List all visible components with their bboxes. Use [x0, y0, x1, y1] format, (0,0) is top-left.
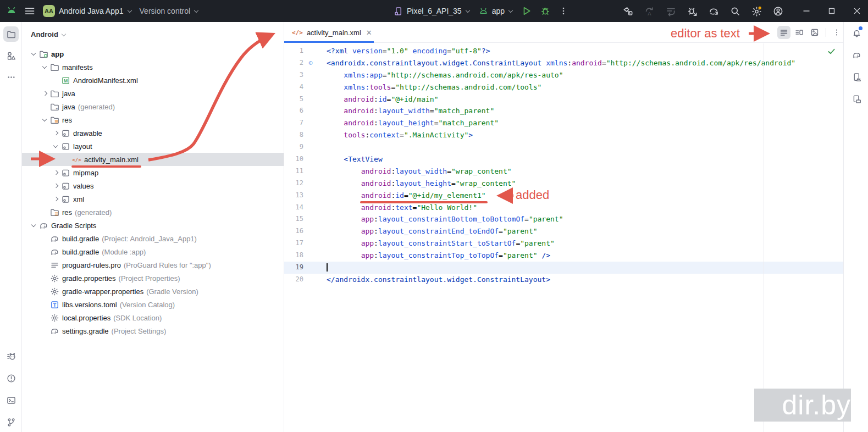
- gutter-spacer: [306, 69, 316, 81]
- tree-item-res-generated[interactable]: res(generated): [22, 206, 284, 219]
- tree-item-suffix: (Version Catalog): [120, 301, 175, 309]
- chevron-down-icon[interactable]: [41, 115, 49, 124]
- line-number: 17: [284, 237, 303, 250]
- tree-item-gradle-wrapper-properties-gradle-version[interactable]: gradle-wrapper.properties(Gradle Version…: [22, 285, 284, 298]
- tree-item-java[interactable]: java: [22, 87, 284, 100]
- gradle-icon: [49, 326, 59, 336]
- chevron-right-icon[interactable]: [52, 195, 60, 203]
- account-icon[interactable]: [773, 6, 783, 16]
- tree-item-label: AndroidManifest.xml: [73, 76, 138, 85]
- tool-stripe-version-control-button[interactable]: [3, 414, 19, 430]
- tool-stripe-problems-button[interactable]: [3, 370, 19, 386]
- folder-icon: [49, 62, 59, 72]
- chevron-down-icon[interactable]: [30, 49, 38, 58]
- tree-item-drawable[interactable]: drawable: [22, 126, 284, 140]
- chevron-spacer: [52, 76, 60, 85]
- tool-stripe-notifications-button[interactable]: [849, 25, 864, 41]
- device-selector[interactable]: Pixel_6_API_35: [394, 7, 470, 16]
- design-view-button[interactable]: [808, 26, 821, 39]
- code-line-3: 3 xmlns:app="http://schemas.android.com/…: [284, 69, 843, 81]
- tree-item-activity-main-xml[interactable]: </>activity_main.xml: [22, 153, 284, 166]
- svg-text:A: A: [648, 10, 651, 16]
- main-menu-icon[interactable]: [24, 5, 35, 16]
- chevron-right-icon[interactable]: [52, 129, 60, 137]
- code-text: android:id="@+id/main": [327, 93, 439, 106]
- tool-stripe-terminal-button[interactable]: [3, 392, 19, 408]
- tree-item-gradle-properties-project-properties[interactable]: gradle.properties(Project Properties): [22, 272, 284, 285]
- tab-activity-main-xml[interactable]: </> activity_main.xml ✕: [284, 22, 379, 43]
- apply-changes-icon[interactable]: A: [644, 6, 655, 16]
- gear-icon: [49, 286, 59, 296]
- tree-item-java-generated[interactable]: *java(generated): [22, 100, 284, 113]
- debug-button[interactable]: [540, 6, 550, 16]
- tree-item-gradle-scripts[interactable]: Gradle Scripts: [22, 219, 284, 232]
- tree-item-libs-versions-toml-version-catalog[interactable]: Tlibs.versions.toml(Version Catalog): [22, 298, 284, 311]
- class-gutter-icon[interactable]: ©: [306, 57, 316, 69]
- tree-item-proguard-rules-pro-proguard-rules-for-app[interactable]: proguard-rules.pro(ProGuard Rules for ":…: [22, 258, 284, 272]
- apply-code-changes-icon[interactable]: [666, 6, 676, 16]
- chevron-spacer: [41, 300, 49, 309]
- chevron-right-icon[interactable]: [52, 181, 60, 190]
- tree-item-label: java: [62, 90, 75, 98]
- attach-debugger-icon[interactable]: [687, 6, 698, 16]
- tree-item-manifests[interactable]: manifests: [22, 60, 284, 74]
- tool-stripe-more-tool-windows-button[interactable]: [3, 69, 19, 85]
- vcs-widget[interactable]: Version control: [140, 7, 199, 15]
- inspection-ok-icon[interactable]: [827, 47, 836, 56]
- left-tool-stripe: [0, 22, 22, 432]
- split-view-button[interactable]: [793, 26, 806, 39]
- tree-item-xml[interactable]: xml: [22, 192, 284, 206]
- tree-item-res[interactable]: res: [22, 113, 284, 126]
- tree-item-label: proguard-rules.pro: [62, 261, 121, 269]
- tree-item-app[interactable]: app: [22, 47, 284, 60]
- more-run-actions-icon[interactable]: [559, 7, 568, 15]
- tree-item-settings-gradle-project-settings[interactable]: settings.gradle(Project Settings): [22, 324, 284, 337]
- chevron-down-icon[interactable]: [41, 63, 49, 71]
- maximize-button[interactable]: [827, 7, 836, 15]
- settings-icon[interactable]: [751, 6, 762, 16]
- chevron-down-icon[interactable]: [30, 221, 38, 230]
- code-editor[interactable]: 1<?xml version="1.0" encoding="utf-8"?>2…: [284, 43, 843, 432]
- project-widget[interactable]: AA Android Java App1: [43, 5, 132, 17]
- run-config-selector[interactable]: app: [479, 7, 513, 16]
- code-text: android:layout_height="wrap_content": [327, 178, 516, 190]
- line-number: 9: [284, 141, 303, 153]
- tool-stripe-gradle-button[interactable]: [849, 47, 864, 63]
- project-view-selector[interactable]: Android: [31, 27, 66, 41]
- tool-stripe-device-manager-button[interactable]: [849, 69, 864, 85]
- editor-more-options-icon[interactable]: [831, 26, 843, 39]
- run-button[interactable]: [522, 6, 532, 16]
- tree-item-androidmanifest-xml[interactable]: MAndroidManifest.xml: [22, 74, 284, 87]
- chevron-right-icon[interactable]: [52, 168, 60, 177]
- tool-stripe-logcat-button[interactable]: [3, 348, 19, 364]
- tool-stripe-running-devices-button[interactable]: [849, 91, 864, 107]
- tab-close-icon[interactable]: ✕: [366, 29, 372, 37]
- tool-stripe-project-button[interactable]: [3, 26, 19, 42]
- tree-item-mipmap[interactable]: mipmap: [22, 166, 284, 179]
- gutter-spacer: [306, 202, 316, 214]
- text-caret: [327, 263, 328, 272]
- build-button[interactable]: [623, 6, 633, 16]
- chevron-spacer: [41, 234, 49, 243]
- close-button[interactable]: [853, 7, 861, 15]
- chevron-spacer: [41, 247, 49, 256]
- tree-item-label: gradle-wrapper.properties: [62, 287, 143, 296]
- tree-item-local-properties-sdk-location[interactable]: local.properties(SDK Location): [22, 311, 284, 324]
- tree-item-layout[interactable]: layout: [22, 140, 284, 153]
- chevron-down-icon[interactable]: [52, 142, 60, 151]
- minimize-button[interactable]: [802, 7, 811, 15]
- gutter-spacer: [306, 213, 316, 225]
- tool-stripe-resource-manager-button[interactable]: [3, 48, 19, 63]
- search-icon[interactable]: [730, 6, 740, 16]
- chevron-right-icon[interactable]: [41, 89, 49, 98]
- line-number: 16: [284, 225, 303, 237]
- code-text: android:layout_width="match_parent": [327, 105, 494, 117]
- profiler-icon[interactable]: [709, 6, 719, 16]
- svg-text:*: *: [56, 106, 58, 111]
- tree-item-build-gradle-project-android-java-app1[interactable]: build.gradle(Project: Android_Java_App1): [22, 232, 284, 245]
- line-number: 10: [284, 153, 303, 165]
- code-view-button[interactable]: [777, 26, 790, 39]
- tree-item-values[interactable]: values: [22, 179, 284, 192]
- tree-item-build-gradle-module-app[interactable]: build.gradle(Module :app): [22, 245, 284, 258]
- code-line-14: 14 android:text="Hello World!": [284, 202, 843, 214]
